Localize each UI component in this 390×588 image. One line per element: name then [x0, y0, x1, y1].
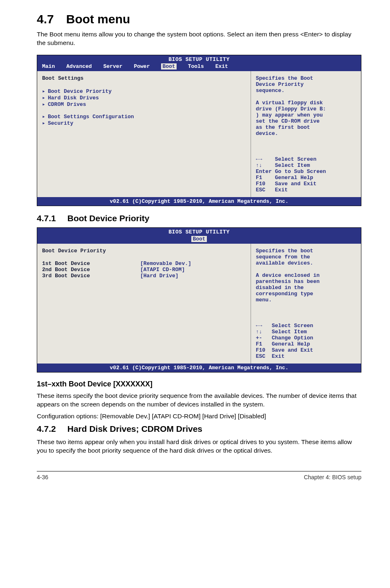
section-heading: 4.7Boot menu	[37, 12, 361, 26]
bios-key-legend: ←→ Select Screen ↑↓ Select Item Enter Go…	[256, 156, 356, 193]
bios-footer: v02.61 (C)Copyright 1985-2010, American …	[37, 364, 361, 372]
section-title-text: Boot menu	[66, 12, 130, 26]
bios-tab-main: Main	[42, 63, 55, 70]
chapter-label: Chapter 4: BIOS setup	[304, 474, 361, 480]
bios-menu-text: Security	[48, 120, 73, 126]
boot-device-value: [Hard Drive]	[140, 273, 179, 279]
bios-menu-item: ▸Boot Settings Configuration	[42, 113, 246, 120]
submenu-marker-icon: ▸	[42, 101, 48, 108]
bios-menu-text: Boot Device Priority	[48, 88, 112, 94]
bios-right-pane: Specifies the Boot Device Priority seque…	[251, 71, 361, 197]
bios-menu-text: CDROM Drives	[48, 101, 86, 108]
subsection-title: Boot Device Priority	[67, 213, 150, 223]
body-paragraph: Configuration options: [Removable Dev.] …	[37, 412, 361, 421]
subsection-number: 4.7.2	[37, 424, 56, 434]
bios-menu-item: ▸Boot Device Priority	[42, 88, 246, 94]
sub-heading: 1st–xxth Boot Device [XXXXXXX]	[37, 380, 361, 388]
submenu-marker-icon: ▸	[42, 88, 48, 94]
bios-tab-bar: Main Advanced Server Power Boot Tools Ex…	[37, 63, 361, 71]
bios-menu-text: Hard Disk Drives	[48, 95, 99, 101]
submenu-marker-icon: ▸	[42, 94, 48, 101]
bios-tab-power: Power	[134, 63, 150, 70]
boot-device-label: 1st Boot Device	[42, 260, 140, 267]
bios-tab-boot: Boot	[161, 63, 176, 70]
bios-left-heading: Boot Device Priority	[42, 248, 246, 254]
bios-menu-item: ▸Hard Disk Drives	[42, 94, 246, 101]
submenu-marker-icon: ▸	[42, 120, 48, 126]
bios-help-text: Specifies the boot sequence from the ava…	[256, 248, 356, 303]
boot-device-row: 1st Boot Device [Removable Dev.]	[42, 260, 246, 267]
bios-menu-item: ▸Security	[42, 120, 246, 126]
boot-device-row: 3rd Boot Device [Hard Drive]	[42, 273, 246, 279]
bios-title: BIOS SETUP UTILITY	[37, 55, 361, 63]
boot-device-value: [Removable Dev.]	[140, 260, 191, 267]
bios-left-pane: Boot Device Priority 1st Boot Device [Re…	[37, 244, 251, 364]
intro-paragraph: The Boot menu items allow you to change …	[37, 30, 361, 47]
boot-device-label: 3rd Boot Device	[42, 273, 140, 279]
body-paragraph: These two items appear only when you ins…	[37, 438, 361, 455]
subsection-number: 4.7.1	[37, 213, 56, 223]
boot-device-row: 2nd Boot Device [ATAPI CD-ROM]	[42, 267, 246, 273]
bios-key-legend: ←→ Select Screen ↑↓ Select Item +- Chang…	[256, 323, 356, 359]
bios-screenshot-boot-device-priority: BIOS SETUP UTILITY Boot Boot Device Prio…	[37, 227, 361, 373]
page-number: 4-36	[37, 474, 48, 480]
boot-device-value: [ATAPI CD-ROM]	[140, 267, 185, 273]
bios-tab-server: Server	[103, 63, 123, 70]
bios-menu-item: ▸CDROM Drives	[42, 101, 246, 108]
bios-screenshot-boot-menu: BIOS SETUP UTILITY Main Advanced Server …	[37, 55, 361, 206]
bios-right-pane: Specifies the boot sequence from the ava…	[251, 244, 361, 364]
submenu-marker-icon: ▸	[42, 113, 48, 120]
bios-menu-text: Boot Settings Configuration	[48, 114, 134, 120]
bios-tab-tools: Tools	[188, 63, 204, 70]
bios-title: BIOS SETUP UTILITY	[37, 228, 361, 235]
boot-device-label: 2nd Boot Device	[42, 267, 140, 273]
bios-tab-advanced: Advanced	[66, 63, 92, 70]
bios-tab-bar: Boot	[37, 235, 361, 244]
section-number: 4.7	[37, 12, 54, 26]
bios-left-heading: Boot Settings	[42, 75, 246, 81]
subsection-heading: 4.7.2Hard Disk Drives; CDROM Drives	[37, 424, 361, 434]
bios-tab-boot: Boot	[191, 236, 206, 242]
bios-tab-exit: Exit	[215, 63, 228, 70]
subsection-heading: 4.7.1Boot Device Priority	[37, 213, 361, 223]
bios-left-pane: Boot Settings ▸Boot Device Priority ▸Har…	[37, 71, 251, 197]
body-paragraph: These items specify the boot device prio…	[37, 392, 361, 409]
bios-help-text: Specifies the Boot Device Priority seque…	[256, 75, 356, 137]
page-footer: 4-36 Chapter 4: BIOS setup	[37, 471, 361, 480]
subsection-title: Hard Disk Drives; CDROM Drives	[67, 424, 202, 433]
bios-footer: v02.61 (C)Copyright 1985-2010, American …	[37, 197, 361, 206]
